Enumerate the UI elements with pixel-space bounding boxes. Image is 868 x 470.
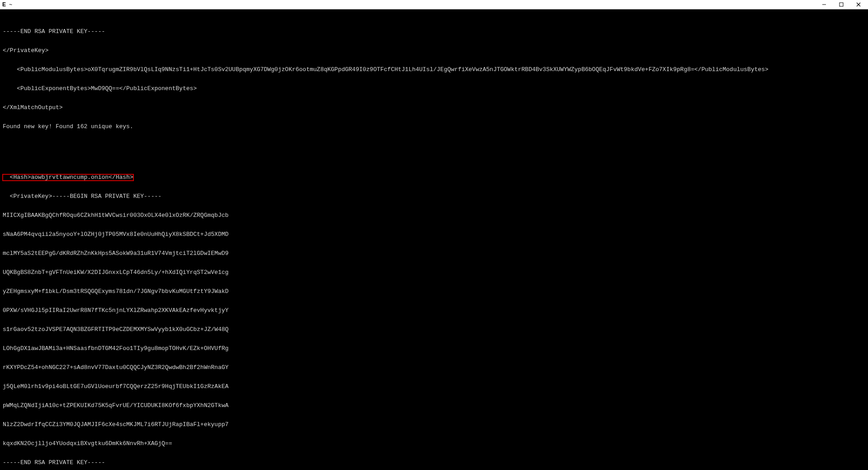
minimize-button[interactable] [816,0,833,9]
output-line: UQKBgBS8ZnbT+gVFTnUeiKW/X2DIJGnxxLCpT46d… [3,269,865,276]
output-line: kqxdKN2Ocjlljo4YUodqxiBXvgtku6DmKk6NnvRh… [3,441,865,447]
output-line [3,143,865,149]
titlebar-buttons [816,0,867,9]
output-line: pWMqLZQNdIjiA10c+tZPEKUIKd75K5qFvrUE/YIC… [3,403,865,409]
hash-line: <Hash>aowbjrvttawncump.onion</Hash> [3,174,865,181]
titlebar-left: E ~ [1,1,12,8]
close-button[interactable] [850,0,867,9]
hash-highlight: <Hash>aowbjrvttawncump.onion</Hash> [3,174,133,181]
output-line: MIICXgIBAAKBgQChfROqu6CZkhH1tWVCwsir003O… [3,212,865,219]
output-line: mclMY5aS2tEEPgG/dKRdRZhZnKkHps5ASokW9a31… [3,250,865,257]
terminal-output[interactable]: -----END RSA PRIVATE KEY----- </PrivateK… [0,10,868,470]
output-line: </XmlMatchOutput> [3,105,865,111]
maximize-button[interactable] [833,0,850,9]
output-line: j5QLeM0lrh1v9pi4oBLtGE7uGVlUoeurbf7CQQer… [3,384,865,390]
output-line: 0PXW/sVHGJl5pIIRaI2UwrR8N7fTKc5njnLYXlZR… [3,307,865,314]
output-line: -----END RSA PRIVATE KEY----- [3,460,865,466]
output-line: <PublicModulusBytes>oX0TqrugmZIR9bVlQsLI… [3,67,865,73]
output-line: </PrivateKey> [3,48,865,54]
app-icon: E [1,1,7,8]
window-title: ~ [9,1,12,8]
window-titlebar: E ~ [0,0,868,10]
output-line: rKXYPDcZ54+ohNGC227+sAd8nvV77Daxtu0CQQCJ… [3,364,865,371]
output-line: LOhGgDX1awJBAMi3a+HNSaasfbnDTGM42Foo1TIy… [3,345,865,352]
output-line: -----END RSA PRIVATE KEY----- [3,29,865,35]
output-line: s1rGaov52tzoJVSPE7AQN3BZGFRTITP9eCZDEMXM… [3,326,865,333]
output-line: yZEHgmsxyM+f1bkL/Dsm3tRSQGQExyms781dn/7J… [3,288,865,295]
output-line: Found new key! Found 162 unique keys. [3,124,865,130]
output-line: <PublicExponentBytes>MwD9QQ==</PublicExp… [3,86,865,92]
svg-rect-1 [840,3,843,6]
output-line: <PrivateKey>-----BEGIN RSA PRIVATE KEY--… [3,193,865,200]
output-line: sNaA6PM4qvqii2a5nyooY+lOZHj0jTP05MVx8Ie0… [3,231,865,238]
output-line: NlzZ2DwdrIfqCCZi3YM0JQJAMJIF6cXe4scMKJML… [3,422,865,428]
